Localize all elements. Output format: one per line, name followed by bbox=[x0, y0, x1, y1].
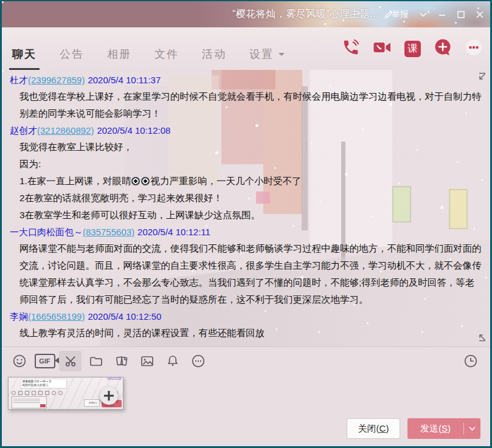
image-icon[interactable] bbox=[136, 351, 158, 371]
tab-activities[interactable]: 活动 bbox=[201, 47, 227, 70]
chevron-down-icon bbox=[279, 53, 285, 59]
sender-qq-link[interactable]: (3212860892) bbox=[37, 125, 94, 136]
message-line: 我也觉得在学校上课好，在家里学习的时候不自觉就会看手机，有时候会用电脑边学习边看… bbox=[2, 88, 490, 122]
gif-icon[interactable]: GIF bbox=[33, 351, 56, 371]
tab-label: 公告 bbox=[60, 47, 84, 61]
message-header: 赵创才(3212860892)2020/5/4 10:12:08 bbox=[2, 122, 490, 139]
snow-decoration bbox=[2, 1, 4, 3]
add-bubble-icon[interactable] bbox=[434, 38, 452, 59]
tab-announcements[interactable]: 公告 bbox=[58, 47, 85, 70]
chat-message: 李娴(1665658199)2020/5/4 10:12:50 线上教学有灵活的… bbox=[2, 308, 490, 342]
scroll-to-bottom-arrow[interactable] bbox=[477, 334, 487, 345]
close-button[interactable]: 关闭(C) bbox=[347, 418, 400, 439]
tab-list: 聊天公告相册文件活动设置 bbox=[11, 27, 286, 70]
tabbar: 聊天公告相册文件活动设置 课 bbox=[2, 27, 490, 70]
message-body: 我觉得在教室上课比较好，因为:1.在家一直上网课，对眼睛视力严重影响，一天几个小… bbox=[2, 139, 490, 224]
tab-chat[interactable]: 聊天 bbox=[11, 47, 38, 70]
sender-name: 杜才 bbox=[10, 75, 28, 85]
voice-call-icon[interactable] bbox=[342, 38, 360, 59]
attachment-inner-thumbnail bbox=[12, 396, 47, 408]
tab-settings[interactable]: 设置 bbox=[248, 47, 286, 70]
window-controls: 举报 bbox=[392, 1, 484, 27]
tab-files[interactable]: 文件 bbox=[153, 47, 180, 70]
message-input[interactable]: VM101236 屏幕截图 Ctrl + Alt + S 截图时隐藏当前窗口 关… bbox=[2, 374, 490, 413]
message-body: 线上教学有灵活的时间，灵活的课程设置，有些还能看回放 bbox=[2, 325, 490, 342]
tooltip-line: 截图时隐藏当前窗口 bbox=[22, 384, 65, 387]
message-timestamp: 2020/5/4 10:12:50 bbox=[88, 311, 161, 322]
message-line: 3在教室学生和老师可以很好互动，上网课缺少这点氛围。 bbox=[2, 207, 490, 224]
message-timestamp: 2020/5/4 10:11:37 bbox=[88, 75, 161, 85]
sender-qq-link[interactable]: (835755603) bbox=[83, 227, 134, 237]
message-line: 2在教室的话就很宽敞明亮，学习起来效果很好！ bbox=[2, 190, 490, 207]
sender-name: 一大口肉松面包～ bbox=[10, 227, 83, 237]
sender-qq-link[interactable]: (1665658199) bbox=[28, 311, 85, 322]
eyes-emoji-icon bbox=[141, 177, 150, 185]
composer-buttons: 关闭(C) 发送(S) bbox=[2, 413, 490, 439]
class-mode-icon[interactable]: 课 bbox=[404, 41, 421, 57]
message-timestamp: 2020/5/4 10:12:08 bbox=[97, 125, 170, 136]
message-body: 网络课堂不能与老师面对面的交流，使得我们不能够和老师畅谈学习过程中趣味的地方，不… bbox=[2, 240, 490, 308]
attachment-tooltip: 屏幕截图 Ctrl + Alt + S 截图时隐藏当前窗口 bbox=[21, 379, 67, 388]
message-header: 李娴(1665658199)2020/5/4 10:12:50 bbox=[2, 308, 490, 325]
close-window-button[interactable] bbox=[476, 10, 484, 19]
class-badge-label: 课 bbox=[408, 43, 418, 55]
message-list: 杜才(2399627859)2020/5/4 10:11:37 我也觉得在学校上… bbox=[2, 70, 490, 342]
message-history-clock-icon[interactable] bbox=[459, 351, 482, 371]
sender-name: 赵创才 bbox=[10, 125, 37, 136]
message-body: 我也觉得在学校上课好，在家里学习的时候不自觉就会看手机，有时候会用电脑边学习边看… bbox=[2, 88, 490, 122]
more-tools-icon[interactable] bbox=[187, 351, 209, 371]
attachment-corner-text: VM101236 bbox=[107, 377, 122, 381]
bell-icon[interactable] bbox=[161, 351, 184, 371]
send-button[interactable]: 发送(S) bbox=[407, 418, 480, 439]
composer: GIF bbox=[2, 347, 490, 447]
attachment-plus-icon bbox=[100, 387, 118, 405]
chat-message: 赵创才(3212860892)2020/5/4 10:12:08 我觉得在教室上… bbox=[2, 122, 490, 224]
qq-group-chat-window: “樱花将灿，雾尽风暖”心理主题... 举报 聊天公告相册文件活动设置 bbox=[0, 0, 492, 448]
screenshot-attachment[interactable]: VM101236 屏幕截图 Ctrl + Alt + S 截图时隐藏当前窗口 关… bbox=[8, 377, 123, 410]
sender-name: 李娴 bbox=[10, 311, 28, 322]
titlebar: “樱花将灿，雾尽风暖”心理主题... 举报 bbox=[2, 1, 490, 27]
more-actions-icon[interactable] bbox=[465, 38, 483, 59]
eyes-emoji-icon bbox=[131, 177, 140, 185]
chat-message: 杜才(2399627859)2020/5/4 10:11:37 我也觉得在学校上… bbox=[2, 72, 490, 122]
emoji-icon[interactable] bbox=[8, 351, 30, 371]
message-line: 网络课堂不能与老师面对面的交流，使得我们不能够和老师畅谈学习过程中趣味的地方，不… bbox=[2, 240, 490, 308]
tab-label: 聊天 bbox=[12, 47, 36, 61]
sender-qq-link[interactable]: (2399627859) bbox=[28, 75, 85, 85]
send-options-chevron-icon[interactable] bbox=[464, 426, 480, 432]
folder-icon[interactable] bbox=[85, 351, 107, 371]
attachment-mini-close-button: 关闭(C) bbox=[84, 399, 100, 407]
window-title: “樱花将灿，雾尽风暖”心理主题... bbox=[232, 8, 379, 21]
message-line: 线上教学有灵活的时间，灵活的课程设置，有些还能看回放 bbox=[2, 325, 490, 342]
tab-label: 设置 bbox=[249, 47, 274, 61]
message-line: 1.在家一直上网课，对眼睛视力严重影响，一天几个小时受不了 bbox=[2, 173, 490, 190]
tab-album[interactable]: 相册 bbox=[106, 47, 133, 70]
composer-toolbar: GIF bbox=[2, 347, 490, 374]
tab-label: 活动 bbox=[202, 47, 226, 61]
message-header: 一大口肉松面包～(835755603)2020/5/4 10:12:11 bbox=[2, 224, 490, 240]
gif-label: GIF bbox=[35, 354, 55, 368]
chat-message-area: 杜才(2399627859)2020/5/4 10:11:37 我也觉得在学校上… bbox=[2, 70, 490, 347]
file-transfer-icon[interactable] bbox=[110, 351, 133, 371]
scroll-to-top-arrow[interactable] bbox=[477, 72, 487, 83]
chat-message: 一大口肉松面包～(835755603)2020/5/4 10:12:11 网络课… bbox=[2, 224, 490, 308]
video-call-icon[interactable] bbox=[373, 40, 392, 58]
screenshot-scissors-icon[interactable] bbox=[59, 351, 81, 371]
message-line: 因为: bbox=[2, 156, 490, 173]
minimize-button[interactable] bbox=[438, 10, 446, 19]
tab-label: 相册 bbox=[107, 47, 131, 61]
report-button[interactable]: 举报 bbox=[392, 9, 409, 20]
tab-label: 文件 bbox=[154, 47, 179, 61]
send-button-label: 发送(S) bbox=[407, 423, 463, 435]
message-timestamp: 2020/5/4 10:12:11 bbox=[137, 227, 210, 237]
message-line: 我觉得在教室上课比较好， bbox=[2, 139, 490, 156]
chevron-down-icon[interactable] bbox=[419, 11, 428, 18]
maximize-button[interactable] bbox=[457, 10, 465, 19]
message-header: 杜才(2399627859)2020/5/4 10:11:37 bbox=[2, 72, 490, 88]
tab-actions: 课 bbox=[342, 27, 483, 70]
attachment-mini-toolbar bbox=[12, 391, 63, 395]
